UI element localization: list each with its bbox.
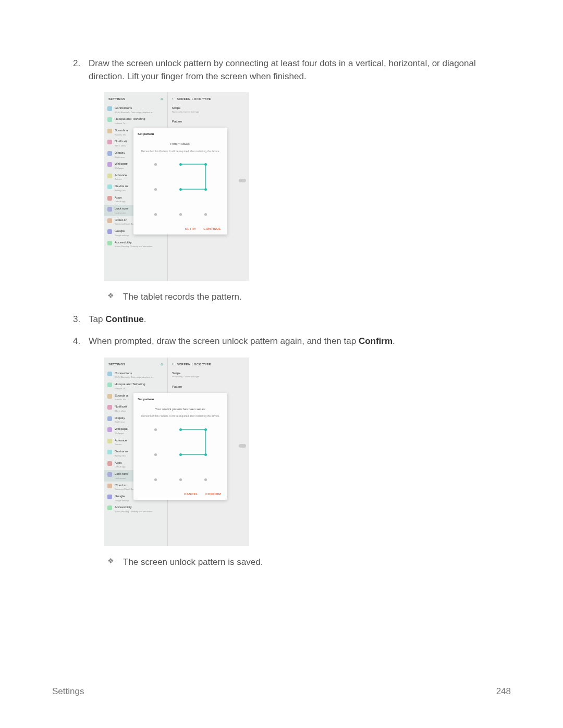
sidebar-item-title: Connections	[115, 371, 164, 376]
sidebar-icon	[107, 162, 112, 167]
sidebar-item-title: Accessibility	[115, 240, 164, 245]
sidebar-item-sub: Vision, Hearing, Dexterity and interacti…	[115, 245, 164, 248]
footer-right: 248	[496, 686, 511, 697]
sidebar-icon	[107, 416, 112, 421]
screenshot-1: SETTINGS ⌕ ConnectionsWi-Fi, Bluetooth, …	[104, 92, 249, 281]
footer-left: Settings	[52, 686, 84, 697]
confirm-button[interactable]: CONFIRM	[205, 492, 221, 497]
sidebar-item: Hotspot and TetheringHotspot, Te...	[104, 115, 167, 126]
toggle-icon	[239, 179, 246, 182]
swipe-sub: No security, Current lock type	[172, 110, 245, 114]
modal2-hint: Remember this Pattern. It will be requir…	[138, 414, 223, 418]
sidebar-icon	[107, 495, 112, 499]
sidebar-icon	[107, 450, 112, 454]
modal1-hint: Remember this Pattern. It will be requir…	[138, 150, 223, 153]
sidebar-icon	[107, 405, 112, 410]
modal2-status: Your unlock pattern has been set as:	[138, 407, 223, 412]
step-2-result: The tablet records the pattern.	[94, 290, 511, 304]
sidebar-icon	[107, 140, 112, 144]
page-footer: Settings 248	[52, 686, 511, 697]
modal1-status: Pattern saved.	[138, 142, 223, 146]
sidebar-icon	[107, 184, 112, 189]
ss2-modal: Set pattern Your unlock pattern has been…	[133, 393, 227, 500]
step-4-result: The screen unlock pattern is saved.	[94, 556, 511, 569]
sidebar-item-sub: Hotspot, Te...	[115, 122, 164, 125]
screenshot-2: SETTINGS ⌕ ConnectionsWi-Fi, Bluetooth, …	[104, 357, 249, 546]
sidebar-icon	[107, 382, 112, 387]
sidebar-icon	[107, 241, 112, 245]
modal2-buttons: CANCEL CONFIRM	[138, 489, 223, 498]
sidebar-icon	[107, 218, 112, 223]
step-2: Draw the screen unlock pattern by connec…	[73, 57, 511, 304]
lock-type-label: SCREEN LOCK TYPE	[177, 97, 211, 101]
search-icon: ⌕	[161, 96, 163, 102]
step-3-suffix: .	[144, 314, 146, 324]
pattern-item: Pattern	[168, 118, 249, 126]
lock-type-label-2: SCREEN LOCK TYPE	[177, 363, 211, 366]
pattern-grid-2	[149, 423, 212, 486]
sidebar-icon	[107, 151, 112, 156]
sidebar-item: Hotspot and TetheringHotspot, Te...	[104, 380, 167, 391]
step-4-prefix: When prompted, draw the screen unlock pa…	[89, 336, 359, 346]
sidebar-item-title: Hotspot and Tethering	[115, 117, 164, 121]
sidebar-icon	[107, 472, 112, 477]
sidebar-icon	[107, 372, 112, 376]
sidebar-icon	[107, 427, 112, 432]
back-icon: ‹	[172, 96, 174, 101]
step-3-bold: Continue	[105, 314, 144, 324]
back-icon-2: ‹	[172, 362, 174, 366]
sidebar-item: ConnectionsWi-Fi, Bluetooth, Data usage,…	[104, 104, 167, 115]
step-4-suffix: .	[393, 336, 395, 346]
sidebar-icon	[107, 174, 112, 178]
ss2-sidebar-header: SETTINGS ⌕	[104, 357, 167, 369]
doc-content: Draw the screen unlock pattern by connec…	[73, 57, 511, 569]
settings-label: SETTINGS	[108, 97, 125, 102]
cancel-button[interactable]: CANCEL	[184, 492, 198, 497]
sidebar-icon	[107, 505, 112, 510]
modal1-buttons: RETRY CONTINUE	[138, 224, 223, 232]
settings-label-2: SETTINGS	[108, 362, 125, 367]
sidebar-item-title: Hotspot and Tethering	[115, 382, 164, 387]
sidebar-item: ConnectionsWi-Fi, Bluetooth, Data usage,…	[104, 369, 167, 380]
modal2-title: Set pattern	[138, 397, 223, 402]
ss1-sidebar-header: SETTINGS ⌕	[104, 92, 167, 104]
pattern-grid-1	[149, 158, 212, 220]
step-list: Draw the screen unlock pattern by connec…	[73, 57, 511, 569]
sidebar-item-title: Accessibility	[115, 505, 164, 510]
sidebar-item: AccessibilityVision, Hearing, Dexterity …	[104, 503, 167, 514]
ss1-right-header: ‹ SCREEN LOCK TYPE	[168, 92, 249, 104]
sidebar-item-sub: Wi-Fi, Bluetooth, Data usage, Airplane m…	[115, 111, 164, 114]
step-2-text: Draw the screen unlock pattern by connec…	[89, 58, 476, 81]
step-4-bold: Confirm	[359, 336, 393, 346]
search-icon-2: ⌕	[161, 361, 163, 367]
pattern-item-2: Pattern	[168, 383, 249, 391]
ss1-modal: Set pattern Pattern saved. Remember this…	[133, 128, 227, 235]
sidebar-item: AccessibilityVision, Hearing, Dexterity …	[104, 239, 167, 250]
continue-button[interactable]: CONTINUE	[203, 227, 221, 231]
sidebar-item-sub: Hotspot, Te...	[115, 387, 164, 390]
ss2-right-header: ‹ SCREEN LOCK TYPE	[168, 357, 249, 369]
sidebar-icon	[107, 129, 112, 133]
step-3-prefix: Tap	[89, 314, 105, 324]
sidebar-icon	[107, 196, 112, 201]
swipe-item: Swipe No security, Current lock type	[168, 104, 249, 115]
modal1-title: Set pattern	[138, 132, 223, 137]
sidebar-icon	[107, 106, 112, 111]
sidebar-icon	[107, 394, 112, 399]
sidebar-item-sub: Wi-Fi, Bluetooth, Data usage, Airplane m…	[115, 376, 164, 379]
sidebar-icon	[107, 117, 112, 122]
sidebar-icon	[107, 207, 112, 212]
sidebar-icon	[107, 461, 112, 466]
pattern-title: Pattern	[172, 119, 245, 124]
sidebar-item-title: Connections	[115, 106, 164, 110]
swipe-item-2: Swipe No security, Current lock type	[168, 369, 249, 380]
swipe-title: Swipe	[172, 106, 245, 110]
sidebar-icon	[107, 439, 112, 443]
toggle-icon-2	[239, 444, 246, 448]
retry-button[interactable]: RETRY	[185, 227, 197, 231]
step-3: Tap Continue.	[73, 313, 511, 326]
sidebar-icon	[107, 229, 112, 234]
step-4: When prompted, draw the screen unlock pa…	[73, 335, 511, 569]
sidebar-icon	[107, 484, 112, 488]
sidebar-item-sub: Vision, Hearing, Dexterity and interacti…	[115, 510, 164, 513]
